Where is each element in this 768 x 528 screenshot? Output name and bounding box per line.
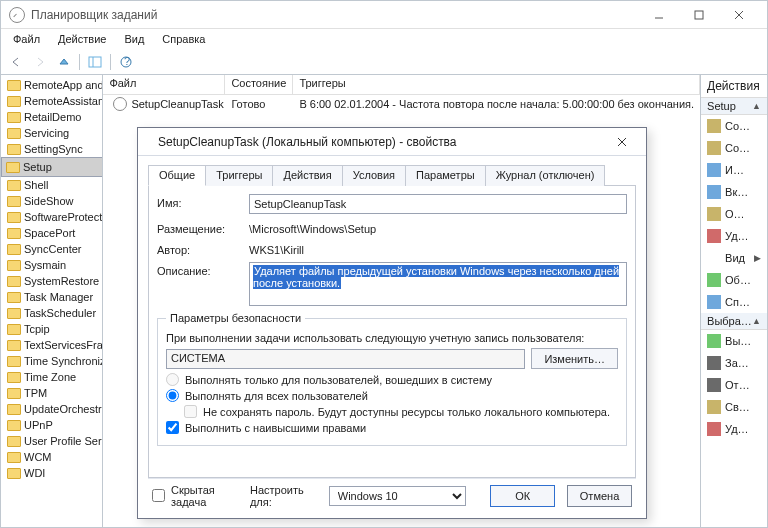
tab[interactable]: Условия — [342, 165, 406, 186]
tree-item[interactable]: WCM — [1, 449, 102, 465]
action-item[interactable]: И… — [701, 159, 767, 181]
folder-icon — [7, 196, 21, 207]
tab[interactable]: Параметры — [405, 165, 486, 186]
action-item[interactable]: Вк… — [701, 181, 767, 203]
svg-rect-1 — [695, 11, 703, 19]
tree-item[interactable]: Time Zone — [1, 369, 102, 385]
tree-item[interactable]: Servicing — [1, 125, 102, 141]
action-item[interactable]: Уд… — [701, 225, 767, 247]
task-row[interactable]: SetupCleanupTask Готово В 6:00 02.01.200… — [103, 95, 700, 113]
tree-item[interactable]: Time Synchroniza — [1, 353, 102, 369]
task-properties-dialog: SetupCleanupTask (Локальный компьютер) -… — [137, 127, 647, 519]
actions-group-setup[interactable]: Setup▲ — [701, 98, 767, 115]
tree-item[interactable]: SystemRestore — [1, 273, 102, 289]
tree-item[interactable]: TaskScheduler — [1, 305, 102, 321]
tree-item[interactable]: RemoteAssistanc — [1, 93, 102, 109]
tab[interactable]: Журнал (отключен) — [485, 165, 606, 186]
task-location-value: \Microsoft\Windows\Setup — [249, 220, 627, 235]
tree-item[interactable]: TextServicesFram — [1, 337, 102, 353]
change-user-button[interactable]: Изменить… — [531, 348, 618, 369]
action-item[interactable]: Уд… — [701, 418, 767, 440]
tree-item[interactable]: RemoteApp and — [1, 77, 102, 93]
chevron-up-icon: ▲ — [752, 101, 761, 111]
check-highest-privileges[interactable]: Выполнить с наивысшими правами — [166, 421, 618, 434]
dialog-close-button[interactable] — [604, 131, 640, 153]
tb-pane[interactable] — [84, 52, 106, 72]
tree-item[interactable]: SettingSync — [1, 141, 102, 157]
tree-item[interactable]: Shell — [1, 177, 102, 193]
action-item[interactable]: Со… — [701, 115, 767, 137]
tree-item[interactable]: WDI — [1, 465, 102, 481]
action-item[interactable]: Сп… — [701, 291, 767, 313]
cancel-button[interactable]: Отмена — [567, 485, 632, 507]
titlebar: Планировщик заданий — [1, 1, 767, 29]
label-author: Автор: — [157, 241, 249, 256]
action-item[interactable]: Со… — [701, 137, 767, 159]
tb-help[interactable]: ? — [115, 52, 137, 72]
task-description-input[interactable]: Удаляет файлы предыдущей установки Windo… — [249, 262, 627, 306]
folder-icon — [7, 112, 21, 123]
tb-forward[interactable] — [29, 52, 51, 72]
library-tree[interactable]: RemoteApp andRemoteAssistancRetailDemoSe… — [1, 75, 103, 527]
action-icon — [707, 400, 721, 414]
action-item[interactable]: Вы… — [701, 330, 767, 352]
col-triggers[interactable]: Триггеры — [293, 75, 700, 94]
close-button[interactable] — [719, 3, 759, 27]
tree-item[interactable]: UPnP — [1, 417, 102, 433]
menu-help[interactable]: Справка — [154, 31, 213, 47]
folder-icon — [7, 420, 21, 431]
action-item[interactable]: Об… — [701, 269, 767, 291]
menu-view[interactable]: Вид — [116, 31, 152, 47]
tree-item[interactable]: SyncCenter — [1, 241, 102, 257]
tb-back[interactable] — [5, 52, 27, 72]
tree-item[interactable]: Sysmain — [1, 257, 102, 273]
folder-icon — [7, 128, 21, 139]
actions-view[interactable]: Вид▶ — [701, 247, 767, 269]
tree-item[interactable]: Setup — [1, 157, 103, 177]
tree-item[interactable]: TPM — [1, 385, 102, 401]
folder-icon — [7, 436, 21, 447]
folder-icon — [7, 276, 21, 287]
check-hidden-task[interactable]: Скрытая задача — [152, 484, 238, 508]
dialog-bottom-row: Скрытая задача Настроить для: Windows 10… — [148, 478, 636, 512]
dialog-titlebar: SetupCleanupTask (Локальный компьютер) -… — [138, 128, 646, 156]
folder-icon — [7, 144, 21, 155]
tree-item[interactable]: User Profile Serv — [1, 433, 102, 449]
col-state[interactable]: Состояние — [225, 75, 293, 94]
label-description: Описание: — [157, 262, 249, 277]
folder-icon — [7, 308, 21, 319]
tree-item[interactable]: SoftwareProtecti — [1, 209, 102, 225]
tree-item[interactable]: SpacePort — [1, 225, 102, 241]
tree-item[interactable]: SideShow — [1, 193, 102, 209]
tree-item[interactable]: Task Manager — [1, 289, 102, 305]
action-item[interactable]: От… — [701, 374, 767, 396]
tab[interactable]: Общие — [148, 165, 206, 186]
ok-button[interactable]: ОК — [490, 485, 555, 507]
tree-item[interactable]: Tcpip — [1, 321, 102, 337]
radio-all-users[interactable]: Выполнять для всех пользователей — [166, 389, 618, 402]
action-item[interactable]: Св… — [701, 396, 767, 418]
maximize-button[interactable] — [679, 3, 719, 27]
tree-item[interactable]: UpdateOrchestra — [1, 401, 102, 417]
tab[interactable]: Действия — [272, 165, 342, 186]
check-no-store-password[interactable]: Не сохранять пароль. Будут доступны ресу… — [184, 405, 618, 418]
folder-icon — [7, 228, 21, 239]
tab[interactable]: Триггеры — [205, 165, 273, 186]
task-name-input[interactable] — [249, 194, 627, 214]
menubar: Файл Действие Вид Справка — [1, 29, 767, 49]
action-item[interactable]: О… — [701, 203, 767, 225]
tree-item[interactable]: RetailDemo — [1, 109, 102, 125]
security-options-group: Параметры безопасности При выполнении за… — [157, 312, 627, 446]
menu-action[interactable]: Действие — [50, 31, 114, 47]
task-icon — [113, 97, 127, 111]
minimize-button[interactable] — [639, 3, 679, 27]
actions-group-selected[interactable]: Выбра…▲ — [701, 313, 767, 330]
action-item[interactable]: За… — [701, 352, 767, 374]
tb-up[interactable] — [53, 52, 75, 72]
security-legend: Параметры безопасности — [166, 312, 305, 324]
radio-only-logged-on[interactable]: Выполнять только для пользователей, воше… — [166, 373, 618, 386]
col-file[interactable]: Файл — [103, 75, 225, 94]
toolbar: ? — [1, 49, 767, 75]
configure-for-select[interactable]: Windows 10 — [329, 486, 466, 506]
menu-file[interactable]: Файл — [5, 31, 48, 47]
